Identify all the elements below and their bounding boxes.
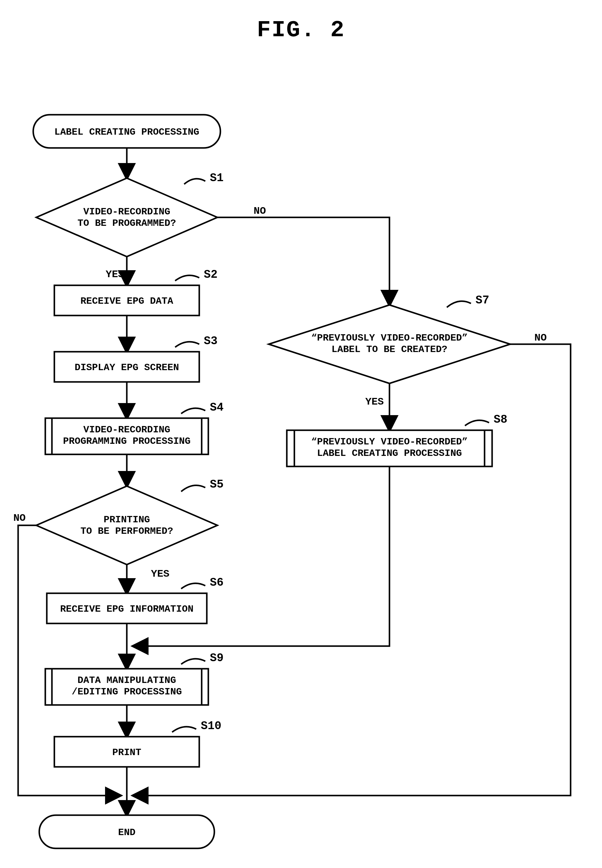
svg-marker-7 — [36, 486, 217, 565]
node-s5-line2: TO BE PERFORMED? — [80, 525, 173, 537]
step-s5: S5 — [210, 478, 224, 491]
edge-s1-no — [217, 217, 390, 305]
node-s8-line2: LABEL CREATING PROCESSING — [317, 448, 462, 459]
edge-s5-no-label: NO — [13, 512, 26, 524]
node-s5-line1: PRINTING — [104, 514, 150, 525]
node-s4-line1: VIDEO-RECORDING — [83, 424, 170, 435]
edge-s7-yes-label: YES — [365, 396, 384, 407]
node-s1: VIDEO-RECORDING TO BE PROGRAMMED? S1 — [36, 172, 224, 257]
figure-title: FIG. 2 — [257, 17, 345, 43]
node-s1-line2: TO BE PROGRAMMED? — [78, 218, 176, 229]
node-s1-line1: VIDEO-RECORDING — [83, 206, 170, 217]
node-s3: DISPLAY EPG SCREEN S3 — [54, 335, 218, 382]
lead-s3 — [175, 342, 199, 347]
lead-s10 — [172, 727, 196, 732]
step-s2: S2 — [204, 268, 218, 281]
lead-s6 — [181, 583, 205, 589]
lead-s2 — [175, 275, 199, 281]
node-s4: VIDEO-RECORDING PROGRAMMING PROCESSING S… — [45, 401, 224, 455]
edge-s1-yes-label: YES — [106, 269, 124, 280]
step-s1: S1 — [210, 172, 224, 184]
node-end-label: END — [118, 827, 135, 838]
node-s10-label: PRINT — [112, 747, 141, 758]
step-s6: S6 — [210, 576, 224, 589]
edge-s7-no — [134, 344, 571, 796]
edge-s7-no-label: NO — [534, 332, 547, 344]
node-s7-line1: “PREVIOUSLY VIDEO-RECORDED” — [311, 332, 468, 344]
node-s6-label: RECEIVE EPG INFORMATION — [60, 604, 194, 615]
lead-s1 — [184, 179, 205, 184]
node-s8-line1: “PREVIOUSLY VIDEO-RECORDED” — [311, 436, 468, 447]
lead-s7 — [447, 301, 471, 307]
node-s9-line2: /EDITING PROCESSING — [72, 686, 182, 697]
node-s7-line2: LABEL TO BE CREATED? — [332, 344, 447, 355]
node-s2-label: RECEIVE EPG DATA — [80, 296, 173, 307]
lead-s5 — [181, 485, 205, 492]
step-s10: S10 — [201, 719, 221, 733]
node-s4-line2: PROGRAMMING PROCESSING — [63, 436, 190, 447]
node-s3-label: DISPLAY EPG SCREEN — [75, 362, 179, 373]
step-s9: S9 — [210, 651, 224, 665]
lead-s4 — [181, 408, 205, 413]
node-s2: RECEIVE EPG DATA S2 — [54, 268, 218, 315]
svg-marker-1 — [36, 178, 217, 257]
node-s6: RECEIVE EPG INFORMATION S6 — [47, 576, 224, 624]
node-start-label: LABEL CREATING PROCESSING — [54, 126, 199, 138]
node-s8: “PREVIOUSLY VIDEO-RECORDED” LABEL CREATI… — [287, 413, 507, 467]
node-s9: DATA MANIPULATING /EDITING PROCESSING S9 — [45, 651, 224, 705]
lead-s8 — [465, 420, 489, 426]
step-s3: S3 — [204, 335, 218, 347]
node-end: END — [39, 815, 214, 848]
step-s7: S7 — [476, 294, 489, 307]
node-s5: PRINTING TO BE PERFORMED? S5 — [36, 478, 224, 565]
lead-s9 — [181, 659, 205, 664]
step-s8: S8 — [494, 413, 507, 426]
node-s7: “PREVIOUSLY VIDEO-RECORDED” LABEL TO BE … — [269, 294, 510, 383]
edge-s1-no-label: NO — [253, 205, 266, 217]
edge-s5-yes-label: YES — [151, 568, 169, 580]
node-s9-line1: DATA MANIPULATING — [78, 675, 176, 686]
node-start: LABEL CREATING PROCESSING — [33, 115, 220, 148]
step-s4: S4 — [210, 401, 224, 414]
node-s10: PRINT S10 — [54, 719, 221, 767]
